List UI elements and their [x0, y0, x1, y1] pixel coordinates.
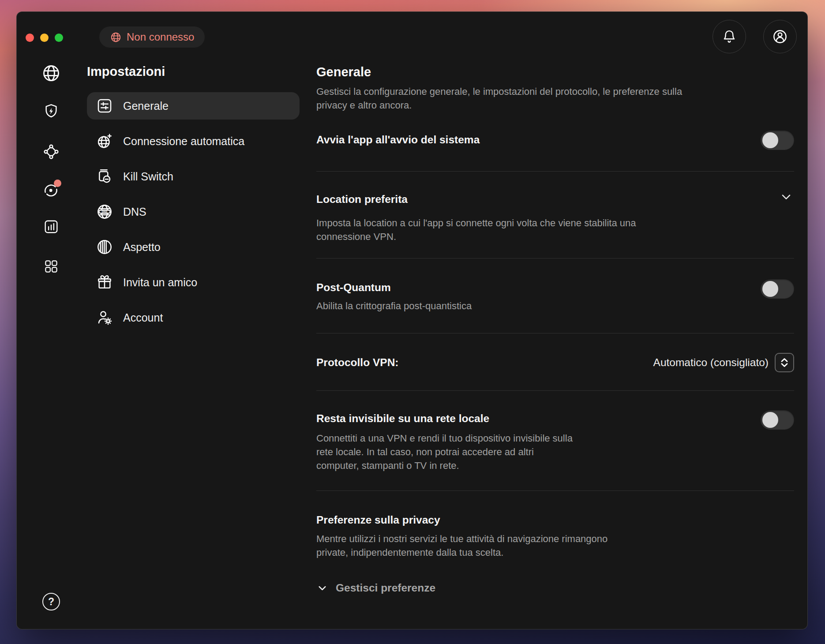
settings-item-label: Aspetto — [123, 241, 161, 254]
sidebar-item-threat-protection[interactable] — [41, 101, 62, 122]
privacy-preferences-description: Mentre utilizzi i nostri servizi le tue … — [316, 532, 713, 559]
divider — [316, 258, 794, 258]
vpn-protocol-value: Automatico (consigliato) — [653, 356, 769, 369]
vpn-protocol-select[interactable] — [775, 353, 794, 372]
preferred-location-expand-button[interactable] — [779, 190, 793, 204]
mesh-network-icon — [42, 143, 60, 161]
grid-icon — [43, 258, 59, 274]
manage-preferences-label: Gestisci preferenze — [336, 582, 435, 594]
account-gear-icon — [96, 309, 113, 326]
settings-item-aspetto[interactable]: Aspetto — [87, 233, 300, 261]
settings-item-generale[interactable]: Generale — [87, 92, 300, 120]
vpn-protocol-label: Protocollo VPN: — [316, 356, 398, 369]
sidebar-item-vpn[interactable] — [41, 63, 62, 84]
shield-bolt-icon — [42, 102, 60, 120]
manage-preferences-button[interactable]: Gestisci preferenze — [316, 582, 435, 594]
invisible-on-lan-description: Connettiti a una VPN e rendi il tuo disp… — [316, 431, 678, 472]
settings-item-invita-un-amico[interactable]: Invita un amico — [87, 269, 300, 296]
settings-item-label: Connessione automatica — [123, 135, 244, 148]
settings-item-label: Invita un amico — [123, 276, 197, 289]
privacy-preferences-title: Preferenze sulla privacy — [316, 514, 440, 526]
globe-icon — [110, 31, 122, 43]
divider — [316, 333, 794, 333]
globe-sparkle-icon — [96, 132, 113, 150]
kill-switch-icon — [96, 168, 113, 185]
settings-item-label: Account — [123, 311, 163, 324]
app-window: Non connesso — [17, 12, 807, 629]
post-quantum-toggle[interactable] — [761, 279, 794, 299]
chevron-down-icon — [779, 190, 793, 204]
connection-status-label: Non connesso — [127, 31, 194, 43]
preferred-location-description: Imposta la location a cui l'app si conne… — [316, 216, 740, 243]
sidebar-item-meshnet[interactable] — [41, 141, 62, 162]
divider — [316, 390, 794, 391]
launch-at-startup-toggle[interactable] — [761, 131, 794, 150]
general-settings-panel: Generale Gestisci la configurazione gene… — [316, 12, 794, 629]
dns-icon: DNS — [96, 203, 113, 221]
settings-item-label: Kill Switch — [123, 170, 173, 183]
sliders-icon — [96, 97, 113, 115]
connection-status-badge[interactable]: Non connesso — [99, 26, 205, 48]
settings-menu: Generale Connessione automatica — [87, 92, 300, 331]
post-quantum-description: Abilita la crittografia post-quantistica — [316, 299, 740, 313]
divider — [316, 490, 794, 491]
page-subtitle: Gestisci la configurazione generale, le … — [316, 85, 784, 112]
close-button[interactable] — [26, 34, 34, 42]
settings-item-connessione-automatica[interactable]: Connessione automatica — [87, 127, 300, 155]
settings-item-kill-switch[interactable]: Kill Switch — [87, 163, 300, 190]
chevron-up-down-icon — [778, 356, 791, 369]
minimize-button[interactable] — [40, 34, 49, 42]
settings-item-account[interactable]: Account — [87, 304, 300, 331]
bar-chart-icon — [43, 218, 60, 235]
notification-dot — [54, 180, 61, 187]
sidebar-item-dark-web-monitor[interactable] — [41, 179, 62, 200]
post-quantum-title: Post-Quantum — [316, 281, 391, 294]
svg-text:DNS: DNS — [102, 210, 108, 213]
gift-icon — [96, 273, 113, 291]
launch-at-startup-label: Avvia l'app all'avvio del sistema — [316, 134, 480, 146]
traffic-lights — [26, 34, 63, 42]
appearance-icon — [96, 238, 113, 256]
desktop-wallpaper: { "app": { "status_badge": "Non connesso… — [0, 0, 825, 644]
help-button[interactable]: ? — [42, 593, 60, 610]
settings-item-label: Generale — [123, 100, 169, 112]
invisible-on-lan-toggle[interactable] — [761, 410, 794, 430]
settings-title: Impostazioni — [87, 64, 165, 79]
globe-icon — [41, 63, 61, 83]
invisible-on-lan-title: Resta invisibile su una rete locale — [316, 412, 489, 425]
settings-item-label: DNS — [123, 206, 146, 218]
sidebar-item-apps[interactable] — [41, 256, 62, 277]
chevron-down-icon — [316, 582, 328, 594]
question-mark-icon: ? — [48, 596, 54, 608]
zoom-button[interactable] — [55, 34, 63, 42]
page-title: Generale — [316, 65, 371, 79]
sidebar-item-statistics[interactable] — [41, 216, 62, 237]
settings-item-dns[interactable]: DNS DNS — [87, 198, 300, 225]
preferred-location-title: Location preferita — [316, 193, 408, 206]
divider — [316, 171, 794, 172]
